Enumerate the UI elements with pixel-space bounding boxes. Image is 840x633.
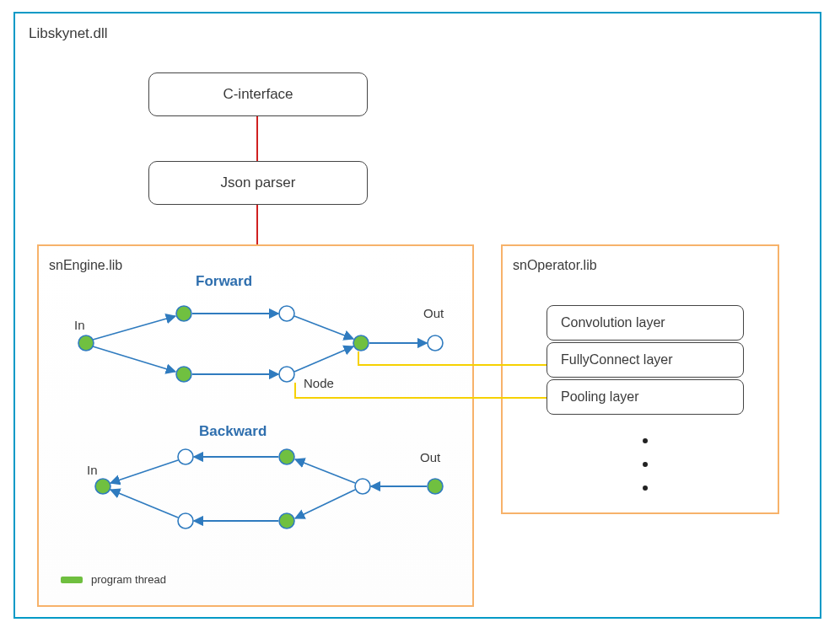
ellipsis-dot	[643, 438, 648, 443]
legend-text: program thread	[91, 573, 166, 586]
outer-title: Libskynet.dll	[29, 25, 108, 42]
backward-title: Backward	[199, 423, 267, 440]
c-interface-box: C-interface	[148, 72, 368, 116]
forward-out-label: Out	[423, 306, 444, 320]
forward-in-label: In	[74, 318, 85, 332]
json-parser-label: Json parser	[221, 174, 296, 191]
backward-out-label: Out	[420, 450, 440, 464]
layer-pooling-label: Pooling layer	[561, 389, 639, 405]
layer-convolution: Convolution layer	[547, 305, 744, 341]
sn-engine-title: snEngine.lib	[49, 258, 122, 273]
layer-fullyconnect-label: FullyConnect layer	[561, 352, 673, 367]
layer-pooling: Pooling layer	[547, 379, 744, 415]
layer-convolution-label: Convolution layer	[561, 315, 665, 330]
c-interface-label: C-interface	[223, 86, 293, 103]
ellipsis-dot	[643, 462, 648, 467]
layer-fullyconnect: FullyConnect layer	[547, 342, 744, 378]
json-parser-box: Json parser	[148, 161, 368, 205]
node-label: Node	[304, 376, 334, 390]
forward-title: Forward	[196, 273, 252, 290]
diagram-canvas: Libskynet.dll C-interface Json parser sn…	[0, 0, 840, 633]
sn-operator-title: snOperator.lib	[513, 258, 597, 273]
legend-swatch	[61, 577, 83, 583]
backward-in-label: In	[87, 463, 98, 477]
ellipsis-dot	[643, 485, 648, 491]
